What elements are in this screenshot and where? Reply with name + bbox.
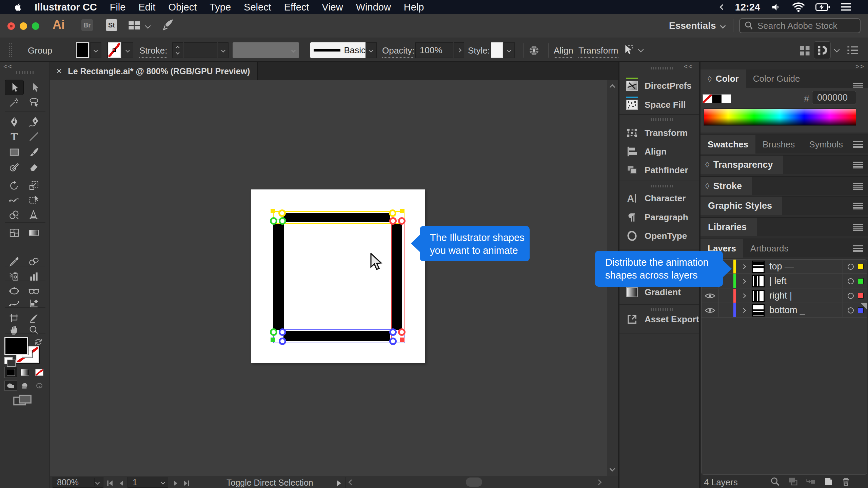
panel-button-gradient[interactable]: Gradient (619, 285, 699, 300)
tool-width[interactable] (7, 193, 22, 207)
tool-zoom[interactable] (26, 323, 41, 337)
delete-layer-icon[interactable] (841, 476, 851, 488)
color-none-swatch[interactable] (703, 94, 712, 103)
tool-pen[interactable] (7, 115, 22, 129)
document-tab[interactable]: × Le Rectangle.ai* @ 800% (RGB/GPU Previ… (50, 62, 258, 80)
tool-rectangle[interactable] (7, 145, 22, 159)
tool-paintbrush[interactable] (26, 145, 41, 159)
swatches-menu-icon[interactable] (853, 141, 863, 148)
anchor-point[interactable] (270, 217, 277, 225)
graphic-styles-menu-icon[interactable] (853, 203, 863, 209)
tool-scale[interactable] (26, 178, 41, 192)
swap-fill-stroke-icon[interactable] (34, 338, 43, 346)
anchor-point[interactable] (278, 209, 286, 217)
hex-value-field[interactable]: 000000 (812, 91, 856, 104)
menu-effect[interactable]: Effect (284, 2, 309, 13)
menu-window[interactable]: Window (356, 2, 391, 13)
graphic-styles-panel-header[interactable]: Graphic Styles (701, 196, 868, 215)
anchor-point[interactable] (389, 328, 397, 336)
color-spectrum-bar[interactable] (704, 108, 856, 126)
dock-grip[interactable] (651, 118, 674, 121)
stroke-weight-stepper[interactable] (172, 42, 183, 58)
style-swatch[interactable] (491, 42, 503, 58)
stroke-panel-header[interactable]: ◊Stroke (701, 176, 868, 195)
stock-icon[interactable]: St (106, 19, 117, 31)
new-sublayer-icon[interactable] (806, 476, 816, 488)
hscroll-thumb[interactable] (466, 477, 482, 487)
layer-name[interactable]: top — (769, 261, 794, 272)
battery-icon[interactable] (815, 2, 830, 12)
shape-bottom-bar[interactable] (283, 331, 390, 341)
expand-chevron-icon[interactable] (742, 293, 745, 299)
anchor-point[interactable] (389, 209, 396, 217)
style-control[interactable] (491, 42, 515, 58)
tool-gradient[interactable] (26, 226, 41, 240)
default-fill-stroke-icon-back[interactable] (7, 360, 16, 367)
clipping-mask-icon[interactable] (788, 476, 798, 488)
toolbar-grip[interactable] (16, 71, 34, 74)
menubar-collapse-icon[interactable] (719, 4, 725, 10)
stroke-weight-field[interactable] (184, 42, 217, 58)
adobe-stock-search[interactable]: Search Adobe Stock (739, 18, 861, 33)
layer-thumbnail[interactable] (752, 304, 765, 317)
snap-options-button[interactable] (814, 41, 831, 59)
fill-swatch[interactable] (76, 42, 89, 58)
opacity-expand-icon[interactable] (454, 42, 464, 58)
tool-curve-nodes[interactable] (7, 296, 22, 310)
tab-close-icon[interactable]: × (56, 66, 62, 77)
anchor-point[interactable] (279, 217, 286, 225)
isolate-chevron-icon[interactable] (638, 47, 644, 53)
menu-app-name[interactable]: Illustrator CC (35, 2, 97, 13)
handle-square[interactable] (271, 209, 275, 213)
draw-behind-button[interactable] (19, 381, 32, 391)
menu-select[interactable]: Select (244, 2, 271, 13)
handle-square[interactable] (400, 338, 405, 342)
panel-button-character[interactable]: A Character (619, 191, 699, 206)
transform-link[interactable]: Transform (578, 45, 618, 58)
previous-artboard-icon[interactable] (118, 479, 125, 488)
libraries-panel-header[interactable]: Libraries (701, 217, 868, 236)
tool-blend[interactable] (26, 255, 41, 269)
next-artboard-icon[interactable] (172, 479, 179, 488)
panel-button-paragraph[interactable]: Paragraph (619, 210, 699, 225)
tool-rotate[interactable] (7, 178, 22, 192)
fill-chevron-icon[interactable] (90, 42, 101, 58)
style-chevron-icon[interactable] (504, 42, 515, 58)
tool-free-transform[interactable] (26, 193, 41, 207)
tab-brushes[interactable]: Brushes (755, 135, 802, 154)
artboard-number-dropdown[interactable]: 1 (127, 477, 168, 488)
workspace-switcher[interactable]: Essentials (669, 20, 716, 31)
tool-measure[interactable] (26, 296, 41, 310)
tool-hand[interactable] (7, 323, 22, 337)
apple-icon[interactable] (14, 2, 22, 12)
wifi-icon[interactable] (792, 2, 805, 12)
document-grid-icon[interactable] (799, 45, 811, 59)
tool-mesh[interactable] (7, 226, 22, 240)
control-menu-icon[interactable] (847, 45, 859, 58)
align-link[interactable]: Align (554, 45, 573, 58)
menu-type[interactable]: Type (210, 2, 231, 13)
shape-left-bar[interactable] (273, 224, 284, 330)
new-layer-icon[interactable] (823, 476, 833, 488)
layer-selection-square[interactable] (858, 264, 864, 269)
opacity-label[interactable]: Opacity: (382, 45, 414, 58)
visibility-toggle[interactable] (702, 289, 719, 303)
menu-edit[interactable]: Edit (138, 2, 155, 13)
layer-thumbnail[interactable] (752, 275, 765, 287)
control-bar-grip[interactable] (9, 43, 12, 57)
layer-selection-square[interactable] (858, 293, 864, 299)
panel-button-asset-export[interactable]: Asset Export (619, 312, 699, 327)
menu-help[interactable]: Help (404, 2, 424, 13)
tool-magic-wand[interactable] (7, 95, 22, 109)
share-rocket-icon[interactable] (161, 18, 175, 33)
snap-chevron-icon[interactable] (834, 47, 840, 53)
layer-thumbnail[interactable] (752, 261, 765, 273)
stroke-chevron-icon[interactable] (122, 42, 133, 58)
hscroll-left-icon[interactable] (349, 480, 354, 485)
last-artboard-icon[interactable] (182, 479, 190, 488)
handle-square[interactable] (271, 338, 275, 342)
tool-direct-selection[interactable] (26, 80, 41, 95)
anchor-point[interactable] (389, 217, 397, 225)
lock-toggle[interactable] (719, 303, 733, 317)
color-black-swatch[interactable] (712, 94, 722, 103)
